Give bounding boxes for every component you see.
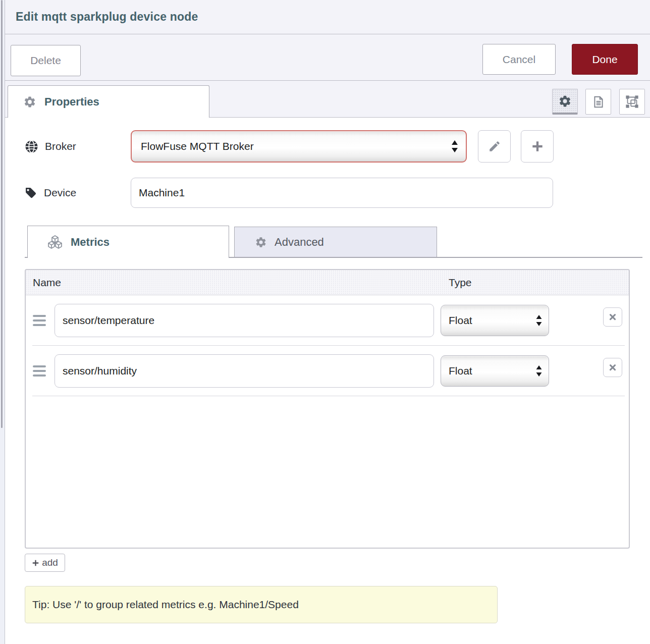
type-select-value: Float xyxy=(449,314,472,327)
tag-icon xyxy=(25,187,37,199)
type-select-value: Float xyxy=(449,365,472,377)
properties-icon-button[interactable] xyxy=(552,89,578,115)
metrics-table: Name Type Float xyxy=(25,269,630,549)
gear-icon xyxy=(255,236,267,248)
tab-properties[interactable]: Properties xyxy=(8,85,209,118)
broker-label: Broker xyxy=(45,140,76,152)
select-stepper-icon xyxy=(535,314,543,327)
metrics-table-header: Name Type xyxy=(26,270,629,295)
plus-icon xyxy=(32,559,39,567)
tip-text: Tip: Use '/' to group related metrics e.… xyxy=(32,599,299,611)
description-icon-button[interactable] xyxy=(585,89,611,115)
tip-box: Tip: Use '/' to group related metrics e.… xyxy=(25,586,498,623)
cancel-button[interactable]: Cancel xyxy=(482,44,556,75)
tab-metrics-label: Metrics xyxy=(71,236,110,249)
type-select[interactable]: Float xyxy=(441,355,549,387)
dialog-title: Edit mqtt sparkplug device node xyxy=(16,10,198,24)
gear-icon xyxy=(558,94,572,108)
type-column-header: Type xyxy=(449,277,472,289)
gear-icon xyxy=(23,95,36,109)
dialog-toolbar: Delete Cancel Done xyxy=(5,34,650,81)
globe-icon xyxy=(25,140,38,153)
select-stepper-icon xyxy=(535,364,543,378)
device-label-cell: Device xyxy=(25,187,131,199)
delete-row-button[interactable] xyxy=(603,307,622,327)
appearance-icon-button[interactable] xyxy=(619,89,645,115)
pencil-icon xyxy=(488,140,501,153)
tab-properties-label: Properties xyxy=(44,95,99,109)
device-input[interactable] xyxy=(131,178,553,208)
name-column-header: Name xyxy=(26,277,61,289)
section-tabs: Metrics Advanced xyxy=(25,226,642,258)
select-stepper-icon xyxy=(451,139,459,153)
editor-tabbar: Properties xyxy=(5,81,650,118)
x-icon xyxy=(609,313,617,321)
tab-metrics[interactable]: Metrics xyxy=(27,226,229,258)
page: Edit mqtt sparkplug device node Delete C… xyxy=(0,0,650,644)
metric-name-input[interactable] xyxy=(55,354,434,388)
tab-advanced[interactable]: Advanced xyxy=(234,227,437,257)
cubes-icon xyxy=(47,235,63,250)
broker-select[interactable]: FlowFuse MQTT Broker xyxy=(131,130,467,163)
add-metric-button[interactable]: add xyxy=(25,554,65,572)
type-select[interactable]: Float xyxy=(441,305,549,336)
plus-icon xyxy=(530,139,545,153)
metric-row: Float xyxy=(26,295,629,346)
drag-handle-icon[interactable] xyxy=(33,315,46,326)
tab-advanced-label: Advanced xyxy=(275,236,324,249)
add-broker-button[interactable] xyxy=(521,130,554,163)
document-icon xyxy=(592,95,605,109)
left-gutter xyxy=(0,0,5,644)
edit-node-dialog: Edit mqtt sparkplug device node Delete C… xyxy=(5,0,650,644)
edit-broker-button[interactable] xyxy=(478,130,511,163)
dialog-header: Edit mqtt sparkplug device node xyxy=(5,0,650,34)
device-row: Device xyxy=(25,178,642,208)
add-metric-label: add xyxy=(42,557,58,568)
broker-select-value: FlowFuse MQTT Broker xyxy=(141,140,254,152)
drag-handle-icon[interactable] xyxy=(33,365,46,377)
delete-row-button[interactable] xyxy=(603,358,622,377)
broker-label-cell: Broker xyxy=(25,140,131,153)
device-label: Device xyxy=(44,187,76,199)
metric-name-input[interactable] xyxy=(55,304,434,337)
done-button[interactable]: Done xyxy=(572,44,638,75)
appearance-icon xyxy=(625,95,639,109)
x-icon xyxy=(609,363,617,371)
metric-row: Float xyxy=(26,346,629,396)
delete-button[interactable]: Delete xyxy=(11,45,81,76)
scrollbar-thumb[interactable] xyxy=(1,0,3,428)
dialog-body: Broker FlowFuse MQTT Broker xyxy=(5,118,650,623)
broker-row: Broker FlowFuse MQTT Broker xyxy=(25,130,642,163)
